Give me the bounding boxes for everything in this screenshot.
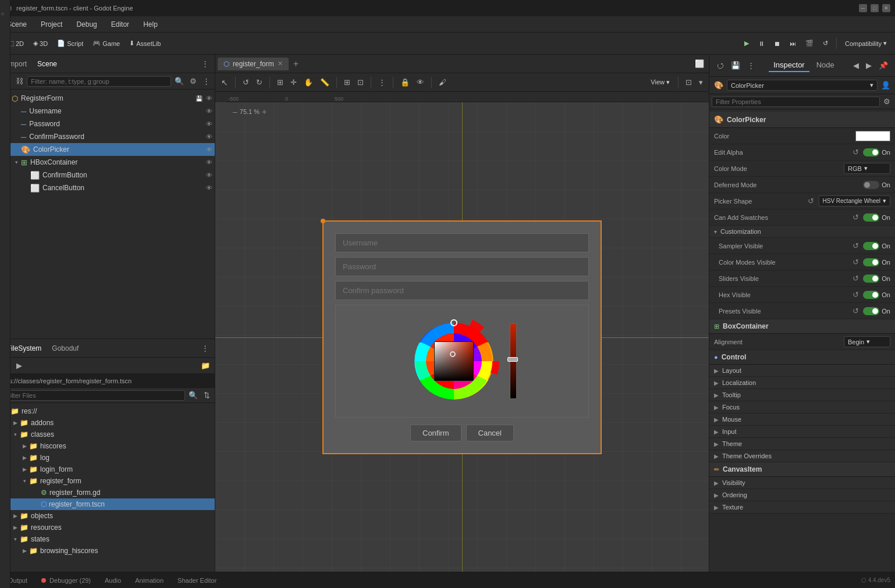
visibility-section-btn[interactable]: ▶ Visibility bbox=[709, 477, 895, 489]
grid-dots-btn[interactable]: ⊡ bbox=[683, 77, 694, 88]
color-modes-visible-toggle[interactable] bbox=[863, 258, 879, 266]
visibility-eye[interactable]: 👁 bbox=[206, 146, 212, 153]
rotate-right-btn[interactable]: ↻ bbox=[254, 77, 265, 88]
theme-section-btn[interactable]: ▶ Theme bbox=[709, 438, 895, 450]
confirm-btn[interactable]: Confirm bbox=[410, 425, 461, 441]
close-btn[interactable]: ✕ bbox=[882, 4, 890, 12]
renderer-selector[interactable]: Compatibility ▾ bbox=[841, 38, 890, 49]
user-icon-btn[interactable]: 👤 bbox=[879, 80, 893, 91]
fs-search-btn[interactable]: 🔍 bbox=[186, 390, 200, 401]
fs-item-classes[interactable]: ▾ 📁 classes bbox=[0, 429, 215, 440]
texture-section-btn[interactable]: ▶ Texture bbox=[709, 501, 895, 514]
stop-btn[interactable]: ⏹ bbox=[770, 38, 784, 49]
play-btn[interactable]: ▶ bbox=[741, 38, 752, 49]
theme-overrides-section-btn[interactable]: ▶ Theme Overrides bbox=[709, 450, 895, 462]
visibility-eye[interactable]: 👁 bbox=[206, 108, 212, 115]
inspector-save-btn[interactable]: 💾 bbox=[729, 60, 743, 71]
toolbar-assetlib-btn[interactable]: ⬇ AssetLib bbox=[126, 38, 164, 49]
inspector-pin-btn[interactable]: 📌 bbox=[876, 60, 890, 71]
zoom-in-btn[interactable]: + bbox=[262, 107, 267, 116]
inspector-filter-options[interactable]: ⚙ bbox=[881, 96, 893, 107]
visibility-eye[interactable]: 👁 bbox=[206, 120, 212, 127]
movie-btn[interactable]: 🎬 bbox=[802, 38, 817, 49]
view-btn[interactable]: View ▾ bbox=[647, 77, 673, 88]
menu-editor[interactable]: Editor bbox=[109, 19, 132, 30]
fs-item-hiscores[interactable]: ▶ 📁 hiscores bbox=[0, 440, 215, 452]
presets-visible-toggle[interactable] bbox=[863, 307, 879, 315]
inspector-back-btn[interactable]: ◀ bbox=[851, 60, 861, 71]
alignment-dropdown[interactable]: Begin ▾ bbox=[844, 336, 890, 347]
reset-picker-shape-btn[interactable]: ↺ bbox=[806, 196, 816, 206]
cancel-btn[interactable]: Cancel bbox=[466, 425, 514, 441]
fs-item-objects[interactable]: ▶ 📁 objects bbox=[0, 510, 215, 522]
animation-tab[interactable]: Animation bbox=[132, 576, 167, 585]
zoom-out-btn[interactable]: – bbox=[233, 107, 237, 116]
maximize-viewport-btn[interactable]: ⬜ bbox=[692, 58, 706, 69]
visibility-btn[interactable]: 👁 bbox=[414, 77, 427, 88]
audio-tab[interactable]: Audio bbox=[101, 576, 125, 585]
edit-alpha-toggle[interactable] bbox=[863, 148, 879, 156]
sync-btn[interactable]: ↺ bbox=[819, 38, 832, 49]
reset-color-modes-visible-btn[interactable]: ↺ bbox=[850, 257, 861, 268]
scale-btn[interactable]: ⊞ bbox=[275, 77, 286, 88]
minimize-btn[interactable]: ─ bbox=[859, 4, 867, 12]
visibility-eye[interactable]: 👁 bbox=[206, 159, 212, 166]
fs-item-resources[interactable]: ▶ 📁 resources bbox=[0, 522, 215, 533]
visibility-eye[interactable]: 👁 bbox=[206, 95, 212, 102]
tree-item-confirm-password[interactable]: ─ ConfirmPassword 👁 bbox=[0, 130, 215, 143]
password-field[interactable] bbox=[335, 257, 589, 276]
pan-btn[interactable]: ✋ bbox=[301, 77, 315, 88]
deferred-mode-toggle[interactable] bbox=[863, 181, 879, 189]
viewport[interactable]: – 75.1 % + bbox=[215, 102, 709, 572]
mouse-section-btn[interactable]: ▶ Mouse bbox=[709, 414, 895, 426]
fs-item-log[interactable]: ▶ 📁 log bbox=[0, 452, 215, 464]
tree-item-confirm-button[interactable]: ⬜ ConfirmButton 👁 bbox=[0, 169, 215, 181]
visibility-eye[interactable]: 👁 bbox=[206, 133, 212, 140]
menu-project[interactable]: Project bbox=[38, 19, 65, 30]
tooltip-section-btn[interactable]: ▶ Tooltip bbox=[709, 389, 895, 401]
step-btn[interactable]: ⏭ bbox=[786, 38, 800, 49]
focus-section-btn[interactable]: ▶ Focus bbox=[709, 401, 895, 414]
toolbar-3d-btn[interactable]: ◈ 3D bbox=[30, 38, 51, 49]
color-wheel-svg[interactable] bbox=[407, 315, 500, 408]
color-mode-dropdown[interactable]: RGB ▾ bbox=[844, 163, 890, 174]
reset-sliders-visible-btn[interactable]: ↺ bbox=[850, 273, 861, 284]
component-icon-btn[interactable]: 🎨 bbox=[712, 80, 726, 91]
reset-edit-alpha-btn[interactable]: ↺ bbox=[850, 147, 861, 158]
menu-debug[interactable]: Debug bbox=[74, 19, 99, 30]
fs-item-register-form-tscn[interactable]: ⬡ register_form.tscn bbox=[0, 498, 215, 510]
fs-item-res[interactable]: ▾ 📁 res:// bbox=[0, 405, 215, 417]
new-tab-btn[interactable]: + bbox=[290, 58, 302, 70]
scene-search-btn[interactable]: 🔍 bbox=[172, 76, 186, 87]
fs-item-register-form-gd[interactable]: ⚙ register_form.gd bbox=[0, 487, 215, 498]
scene-filter-input[interactable] bbox=[27, 76, 171, 87]
visibility-eye[interactable]: 👁 bbox=[206, 184, 212, 191]
color-preview-swatch[interactable] bbox=[855, 131, 890, 141]
tab-scene[interactable]: Scene bbox=[34, 59, 61, 69]
select-tool-btn[interactable]: ↖ bbox=[219, 77, 230, 88]
tab-close-btn[interactable]: ✕ bbox=[278, 60, 283, 67]
tree-item-hbox[interactable]: ▾ ⊞ HBoxContainer 👁 bbox=[0, 156, 215, 169]
fs-folder-btn[interactable]: 📁 bbox=[198, 360, 212, 371]
hex-visible-toggle[interactable] bbox=[863, 291, 879, 299]
layout-section-btn[interactable]: ▶ Layout bbox=[709, 365, 895, 377]
fs-item-states[interactable]: ▾ 📁 states bbox=[0, 533, 215, 545]
brush-btn[interactable]: 🖌 bbox=[436, 77, 449, 88]
inspector-filter-input[interactable] bbox=[712, 97, 880, 107]
move-btn[interactable]: ✛ bbox=[288, 77, 299, 88]
tab-node[interactable]: Node bbox=[812, 59, 839, 72]
username-field[interactable] bbox=[335, 233, 589, 252]
instance-btn[interactable]: ⛓ bbox=[13, 76, 26, 87]
tab-inspector[interactable]: Inspector bbox=[769, 59, 809, 72]
tree-item-username[interactable]: ─ Username 👁 bbox=[0, 105, 215, 117]
scene-more-btn[interactable]: ⋮ bbox=[200, 76, 212, 87]
inspector-forward-btn[interactable]: ▶ bbox=[864, 60, 874, 71]
fs-next-btn[interactable]: ▶ bbox=[14, 360, 24, 371]
fs-item-register-form[interactable]: ▾ 📁 register_form bbox=[0, 475, 215, 487]
fs-filter-input[interactable] bbox=[2, 390, 185, 401]
can-add-swatches-toggle[interactable] bbox=[863, 213, 879, 222]
maximize-btn[interactable]: □ bbox=[871, 4, 879, 12]
sliders-visible-toggle[interactable] bbox=[863, 275, 879, 283]
snap-btn[interactable]: ⊞ bbox=[342, 77, 353, 88]
fs-sort-btn[interactable]: ⇅ bbox=[201, 390, 212, 401]
